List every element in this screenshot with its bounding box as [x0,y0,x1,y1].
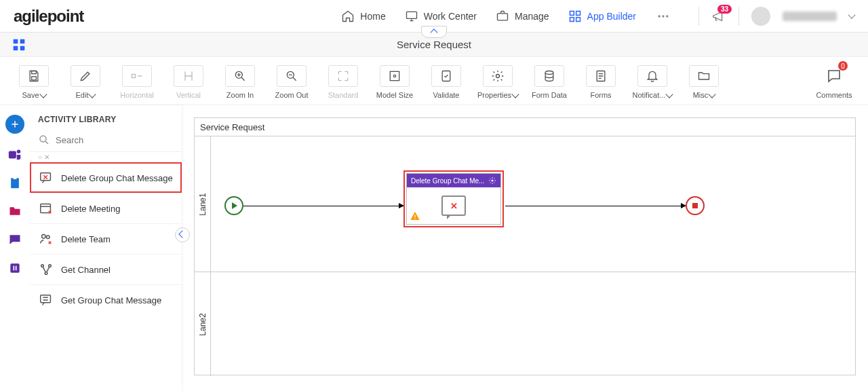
svg-rect-12 [20,45,25,50]
svg-rect-9 [14,39,18,43]
svg-point-40 [492,180,494,182]
edge [243,206,403,206]
chat-lines-icon [39,293,54,308]
nav-work-center[interactable]: Work Center [405,10,477,23]
svg-rect-5 [576,17,580,21]
chat-x-icon: ✕ [441,196,466,216]
plus-icon [10,119,20,129]
form-icon [594,69,608,83]
search-icon [38,134,50,146]
apps-grid-icon[interactable] [12,38,26,52]
monitor-icon [405,10,418,23]
notifications-button[interactable]: 33 [711,9,726,24]
nav-more[interactable] [655,10,671,23]
activity-library-panel: ACTIVITY LIBRARY ○ ✕ Delete Group Chat M… [30,105,182,391]
activity-item-delete-meeting[interactable]: Delete Meeting [30,193,182,223]
zoom-in-button[interactable]: Zoom In [216,62,264,102]
misc-button[interactable]: Misc [679,62,728,102]
svg-rect-2 [570,11,574,15]
validate-icon [439,69,453,83]
folder-icon [8,204,22,218]
add-button[interactable] [5,115,24,134]
svg-rect-14 [32,77,37,80]
toolbar: Save Edit Horizontal Vertical Zoom In Zo… [0,57,868,105]
gear-icon[interactable] [488,176,496,185]
brand-logo[interactable]: agilepoint [14,7,83,26]
end-node[interactable] [686,196,705,215]
svg-point-21 [496,75,500,78]
divider [738,7,739,26]
zoom-in-icon [233,69,247,83]
svg-rect-4 [570,17,574,21]
rail-chat[interactable] [7,231,23,248]
standard-button[interactable]: Standard [319,62,368,102]
notifications-button[interactable]: Notificat... [628,62,677,102]
activity-item-delete-group-chat-message[interactable]: Delete Group Chat Message [30,162,182,193]
notifications-badge: 33 [717,5,732,14]
calendar-x-icon [39,201,54,216]
activity-item-get-group-chat-message[interactable]: Get Group Chat Message [30,284,182,315]
collapse-toolbar-button[interactable] [421,26,447,38]
svg-rect-13 [32,71,37,74]
fit-model-icon [388,69,401,83]
comment-icon [826,68,842,84]
bell-icon [646,69,659,83]
form-data-button[interactable]: Form Data [525,62,574,102]
activity-item-label: Delete Group Chat Message [61,173,173,183]
svg-rect-27 [14,177,17,179]
avatar[interactable] [751,7,770,26]
lane-1[interactable]: Lane1 Delete Group Chat Me... ✕ [195,136,855,272]
forms-button[interactable]: Forms [576,62,625,102]
database-icon [542,69,556,83]
activity-node-delete-group-chat[interactable]: Delete Group Chat Me... ✕ [403,170,504,227]
activity-item-label: Delete Team [61,234,111,244]
edit-icon [79,69,92,83]
collapse-library-button[interactable] [175,227,190,242]
nav-manage[interactable]: Manage [496,10,549,23]
svg-rect-11 [14,45,18,50]
svg-point-6 [658,15,660,17]
properties-button[interactable]: Properties [473,62,522,102]
library-search[interactable] [30,131,182,152]
model-size-button[interactable]: Model Size [370,62,419,102]
list-item-partial: ○ ✕ [30,152,182,162]
edit-button[interactable]: Edit [61,62,110,102]
svg-point-22 [545,71,553,75]
rail-pause[interactable] [7,260,23,276]
fit-standard-icon [336,69,350,83]
rail-folder[interactable] [7,203,23,219]
nav-home[interactable]: Home [341,10,385,23]
svg-point-35 [46,236,50,239]
search-input[interactable] [56,135,174,145]
svg-point-38 [45,272,47,275]
teams-icon [7,147,22,162]
activity-item-get-channel[interactable]: Get Channel [30,254,182,284]
svg-point-31 [40,136,46,142]
chevron-down-icon[interactable] [848,11,855,18]
nav-work-center-label: Work Center [424,11,477,22]
lane-2[interactable]: Lane2 [195,272,855,376]
svg-point-37 [49,265,52,267]
chat-x-icon [39,170,54,185]
validate-button[interactable]: Validate [422,62,471,102]
home-icon [341,10,355,23]
process-canvas[interactable]: Service Request Lane1 Delete Group Chat … [194,117,856,375]
save-button[interactable]: Save [9,62,58,102]
vertical-button[interactable]: Vertical [164,62,213,102]
save-icon [27,69,41,83]
svg-rect-1 [498,13,508,20]
nav-manage-label: Manage [515,11,549,22]
start-node[interactable] [224,196,243,215]
folder-icon [697,69,711,83]
lane-2-label: Lane2 [198,313,208,335]
rail-teams[interactable] [7,146,23,162]
zoom-out-button[interactable]: Zoom Out [267,62,316,102]
activity-item-delete-team[interactable]: Delete Team [30,223,182,254]
horizontal-button[interactable]: Horizontal [113,62,161,102]
activity-item-label: Get Group Chat Message [61,295,161,305]
pause-icon [8,261,22,275]
activity-item-label: Get Channel [61,265,111,275]
nav-app-builder[interactable]: App Builder [568,10,636,23]
rail-clipboard[interactable] [7,174,23,191]
comments-button[interactable]: 0 Comments [810,62,859,102]
